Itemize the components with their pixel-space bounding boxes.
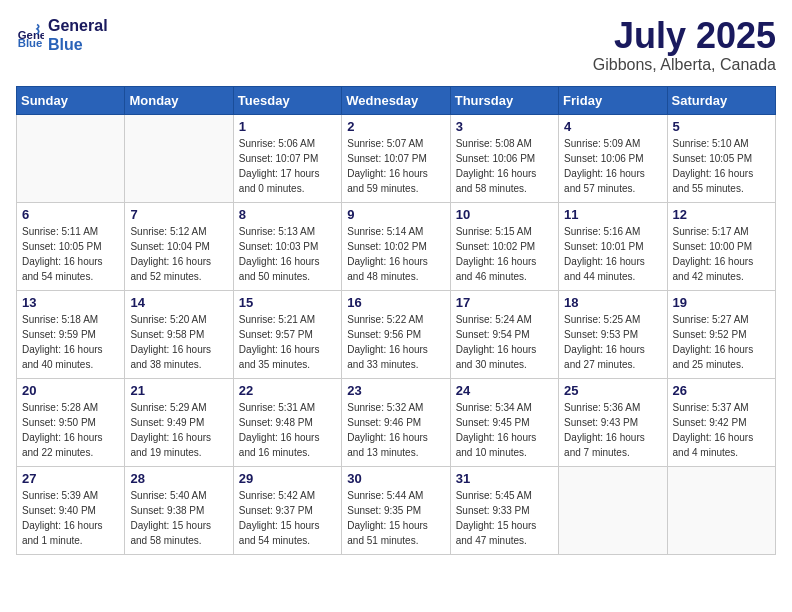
calendar-cell: 27Sunrise: 5:39 AM Sunset: 9:40 PM Dayli… xyxy=(17,466,125,554)
day-number: 18 xyxy=(564,295,661,310)
day-number: 8 xyxy=(239,207,336,222)
day-info: Sunrise: 5:20 AM Sunset: 9:58 PM Dayligh… xyxy=(130,312,227,372)
day-number: 11 xyxy=(564,207,661,222)
day-info: Sunrise: 5:37 AM Sunset: 9:42 PM Dayligh… xyxy=(673,400,770,460)
calendar-cell: 4Sunrise: 5:09 AM Sunset: 10:06 PM Dayli… xyxy=(559,114,667,202)
day-info: Sunrise: 5:06 AM Sunset: 10:07 PM Daylig… xyxy=(239,136,336,196)
calendar-cell: 5Sunrise: 5:10 AM Sunset: 10:05 PM Dayli… xyxy=(667,114,775,202)
day-info: Sunrise: 5:29 AM Sunset: 9:49 PM Dayligh… xyxy=(130,400,227,460)
calendar-cell: 12Sunrise: 5:17 AM Sunset: 10:00 PM Dayl… xyxy=(667,202,775,290)
weekday-header: Tuesday xyxy=(233,86,341,114)
calendar-cell: 26Sunrise: 5:37 AM Sunset: 9:42 PM Dayli… xyxy=(667,378,775,466)
day-info: Sunrise: 5:24 AM Sunset: 9:54 PM Dayligh… xyxy=(456,312,553,372)
weekday-header: Monday xyxy=(125,86,233,114)
weekday-header: Wednesday xyxy=(342,86,450,114)
day-info: Sunrise: 5:39 AM Sunset: 9:40 PM Dayligh… xyxy=(22,488,119,548)
calendar-cell: 13Sunrise: 5:18 AM Sunset: 9:59 PM Dayli… xyxy=(17,290,125,378)
day-info: Sunrise: 5:14 AM Sunset: 10:02 PM Daylig… xyxy=(347,224,444,284)
page-header: General Blue General Blue July 2025 Gibb… xyxy=(16,16,776,74)
day-number: 16 xyxy=(347,295,444,310)
day-info: Sunrise: 5:21 AM Sunset: 9:57 PM Dayligh… xyxy=(239,312,336,372)
day-info: Sunrise: 5:36 AM Sunset: 9:43 PM Dayligh… xyxy=(564,400,661,460)
day-number: 4 xyxy=(564,119,661,134)
calendar-cell: 20Sunrise: 5:28 AM Sunset: 9:50 PM Dayli… xyxy=(17,378,125,466)
day-number: 26 xyxy=(673,383,770,398)
day-info: Sunrise: 5:42 AM Sunset: 9:37 PM Dayligh… xyxy=(239,488,336,548)
day-info: Sunrise: 5:31 AM Sunset: 9:48 PM Dayligh… xyxy=(239,400,336,460)
calendar-cell: 2Sunrise: 5:07 AM Sunset: 10:07 PM Dayli… xyxy=(342,114,450,202)
calendar-cell: 10Sunrise: 5:15 AM Sunset: 10:02 PM Dayl… xyxy=(450,202,558,290)
day-number: 19 xyxy=(673,295,770,310)
day-number: 7 xyxy=(130,207,227,222)
week-row: 20Sunrise: 5:28 AM Sunset: 9:50 PM Dayli… xyxy=(17,378,776,466)
calendar-cell: 24Sunrise: 5:34 AM Sunset: 9:45 PM Dayli… xyxy=(450,378,558,466)
day-number: 5 xyxy=(673,119,770,134)
logo: General Blue General Blue xyxy=(16,16,108,54)
day-number: 29 xyxy=(239,471,336,486)
week-row: 13Sunrise: 5:18 AM Sunset: 9:59 PM Dayli… xyxy=(17,290,776,378)
calendar-cell: 15Sunrise: 5:21 AM Sunset: 9:57 PM Dayli… xyxy=(233,290,341,378)
calendar-cell: 9Sunrise: 5:14 AM Sunset: 10:02 PM Dayli… xyxy=(342,202,450,290)
calendar-cell: 21Sunrise: 5:29 AM Sunset: 9:49 PM Dayli… xyxy=(125,378,233,466)
day-number: 20 xyxy=(22,383,119,398)
day-info: Sunrise: 5:40 AM Sunset: 9:38 PM Dayligh… xyxy=(130,488,227,548)
svg-text:Blue: Blue xyxy=(18,37,43,49)
day-info: Sunrise: 5:27 AM Sunset: 9:52 PM Dayligh… xyxy=(673,312,770,372)
day-info: Sunrise: 5:22 AM Sunset: 9:56 PM Dayligh… xyxy=(347,312,444,372)
day-info: Sunrise: 5:13 AM Sunset: 10:03 PM Daylig… xyxy=(239,224,336,284)
title-block: July 2025 Gibbons, Alberta, Canada xyxy=(593,16,776,74)
day-info: Sunrise: 5:15 AM Sunset: 10:02 PM Daylig… xyxy=(456,224,553,284)
day-number: 9 xyxy=(347,207,444,222)
day-info: Sunrise: 5:09 AM Sunset: 10:06 PM Daylig… xyxy=(564,136,661,196)
day-number: 31 xyxy=(456,471,553,486)
day-number: 22 xyxy=(239,383,336,398)
calendar-cell: 1Sunrise: 5:06 AM Sunset: 10:07 PM Dayli… xyxy=(233,114,341,202)
day-number: 6 xyxy=(22,207,119,222)
day-number: 1 xyxy=(239,119,336,134)
calendar-cell: 3Sunrise: 5:08 AM Sunset: 10:06 PM Dayli… xyxy=(450,114,558,202)
calendar-cell xyxy=(17,114,125,202)
weekday-header: Thursday xyxy=(450,86,558,114)
day-number: 12 xyxy=(673,207,770,222)
calendar-cell: 31Sunrise: 5:45 AM Sunset: 9:33 PM Dayli… xyxy=(450,466,558,554)
weekday-header-row: SundayMondayTuesdayWednesdayThursdayFrid… xyxy=(17,86,776,114)
day-info: Sunrise: 5:32 AM Sunset: 9:46 PM Dayligh… xyxy=(347,400,444,460)
logo-blue: Blue xyxy=(48,35,108,54)
day-info: Sunrise: 5:17 AM Sunset: 10:00 PM Daylig… xyxy=(673,224,770,284)
week-row: 1Sunrise: 5:06 AM Sunset: 10:07 PM Dayli… xyxy=(17,114,776,202)
calendar-cell: 29Sunrise: 5:42 AM Sunset: 9:37 PM Dayli… xyxy=(233,466,341,554)
calendar-cell: 19Sunrise: 5:27 AM Sunset: 9:52 PM Dayli… xyxy=(667,290,775,378)
day-info: Sunrise: 5:11 AM Sunset: 10:05 PM Daylig… xyxy=(22,224,119,284)
day-number: 24 xyxy=(456,383,553,398)
day-info: Sunrise: 5:08 AM Sunset: 10:06 PM Daylig… xyxy=(456,136,553,196)
day-info: Sunrise: 5:25 AM Sunset: 9:53 PM Dayligh… xyxy=(564,312,661,372)
logo-general: General xyxy=(48,16,108,35)
day-number: 28 xyxy=(130,471,227,486)
day-info: Sunrise: 5:07 AM Sunset: 10:07 PM Daylig… xyxy=(347,136,444,196)
day-number: 3 xyxy=(456,119,553,134)
calendar-cell xyxy=(559,466,667,554)
calendar-cell: 17Sunrise: 5:24 AM Sunset: 9:54 PM Dayli… xyxy=(450,290,558,378)
month-title: July 2025 xyxy=(593,16,776,56)
day-number: 13 xyxy=(22,295,119,310)
calendar-cell: 8Sunrise: 5:13 AM Sunset: 10:03 PM Dayli… xyxy=(233,202,341,290)
day-number: 15 xyxy=(239,295,336,310)
calendar-cell: 23Sunrise: 5:32 AM Sunset: 9:46 PM Dayli… xyxy=(342,378,450,466)
day-info: Sunrise: 5:16 AM Sunset: 10:01 PM Daylig… xyxy=(564,224,661,284)
calendar-cell: 25Sunrise: 5:36 AM Sunset: 9:43 PM Dayli… xyxy=(559,378,667,466)
calendar-cell: 22Sunrise: 5:31 AM Sunset: 9:48 PM Dayli… xyxy=(233,378,341,466)
calendar-cell: 7Sunrise: 5:12 AM Sunset: 10:04 PM Dayli… xyxy=(125,202,233,290)
week-row: 27Sunrise: 5:39 AM Sunset: 9:40 PM Dayli… xyxy=(17,466,776,554)
day-number: 17 xyxy=(456,295,553,310)
weekday-header: Friday xyxy=(559,86,667,114)
calendar-cell xyxy=(667,466,775,554)
day-info: Sunrise: 5:18 AM Sunset: 9:59 PM Dayligh… xyxy=(22,312,119,372)
calendar-table: SundayMondayTuesdayWednesdayThursdayFrid… xyxy=(16,86,776,555)
calendar-cell xyxy=(125,114,233,202)
calendar-cell: 18Sunrise: 5:25 AM Sunset: 9:53 PM Dayli… xyxy=(559,290,667,378)
week-row: 6Sunrise: 5:11 AM Sunset: 10:05 PM Dayli… xyxy=(17,202,776,290)
day-info: Sunrise: 5:28 AM Sunset: 9:50 PM Dayligh… xyxy=(22,400,119,460)
day-info: Sunrise: 5:44 AM Sunset: 9:35 PM Dayligh… xyxy=(347,488,444,548)
weekday-header: Saturday xyxy=(667,86,775,114)
location: Gibbons, Alberta, Canada xyxy=(593,56,776,74)
